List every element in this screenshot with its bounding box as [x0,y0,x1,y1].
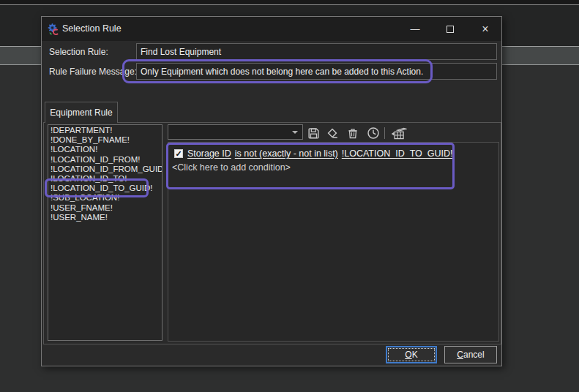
cancel-button[interactable]: Cancel [444,346,497,363]
selection-rule-label: Selection Rule: [49,47,108,57]
list-item[interactable]: !USER_FNAME! [48,203,162,213]
chevron-down-icon [292,131,298,134]
condition-field-link[interactable]: Storage ID [187,148,231,159]
list-item[interactable]: !LOCATION_ID_FROM_GUID! [48,165,162,174]
maximize-button[interactable] [433,17,467,41]
condition-row[interactable]: ✓ Storage ID is not (exactly - not in li… [174,148,456,159]
condition-checkbox[interactable]: ✓ [174,149,183,158]
save-icon [307,127,320,140]
desktop-background: Selection Rule — × Selection Rule: Rule … [0,0,579,392]
titlebar[interactable]: Selection Rule — × [42,17,501,41]
history-clock-icon [367,127,380,140]
close-icon: × [482,23,488,36]
selection-rule-dialog: Selection Rule — × Selection Rule: Rule … [41,16,502,366]
placeholder-fields-listbox[interactable]: !DEPARTMENT!!DONE_BY_FNAME!!LOCATION!!LO… [48,124,163,341]
list-item[interactable]: !SUB_LOCATION! [48,193,162,203]
list-item[interactable]: !LOCATION_ID_TO! [48,174,162,184]
list-item[interactable]: !LOCATION_ID_TO_GUID! [48,184,162,193]
rule-failure-message-label: Rule Failure Message: [49,67,137,77]
clear-eraser-icon [326,127,339,140]
close-button[interactable]: × [468,17,502,41]
conditions-panel[interactable]: ✓ Storage ID is not (exactly - not in li… [168,142,499,342]
list-item[interactable]: !LOCATION_ID_FROM! [48,155,162,165]
edit-grid-button[interactable] [389,125,408,141]
selection-rule-gear-icon [47,23,60,36]
list-item[interactable]: !LOCATION! [48,145,162,154]
minimize-button[interactable]: — [398,17,432,41]
ok-button[interactable]: OK [386,346,437,363]
list-item[interactable]: !DONE_BY_FNAME! [48,135,162,145]
add-condition-link[interactable]: <Click here to add condition> [172,162,291,173]
delete-button[interactable] [345,125,361,141]
clear-button[interactable] [324,125,340,141]
minimize-icon: — [411,23,420,34]
condition-operator-link[interactable]: is not (exactly - not in list) [235,148,338,159]
save-button[interactable] [305,125,321,141]
list-item[interactable]: !DEPARTMENT! [48,126,162,135]
history-button[interactable] [365,125,381,141]
rule-preset-combobox[interactable] [168,124,303,140]
condition-value-link[interactable]: !LOCATION_ID_TO_GUID! [342,148,453,159]
edit-grid-icon [389,127,407,140]
tab-equipment-rule[interactable]: Equipment Rule [45,102,118,123]
tab-label: Equipment Rule [50,108,112,118]
maximize-icon [447,26,454,33]
toolbar-separator [384,127,385,139]
window-title: Selection Rule [62,23,122,34]
selection-rule-input[interactable] [136,43,497,60]
rule-failure-message-input[interactable] [136,63,497,80]
list-item[interactable]: !USER_NAME! [48,213,162,222]
delete-trash-icon [347,127,359,140]
